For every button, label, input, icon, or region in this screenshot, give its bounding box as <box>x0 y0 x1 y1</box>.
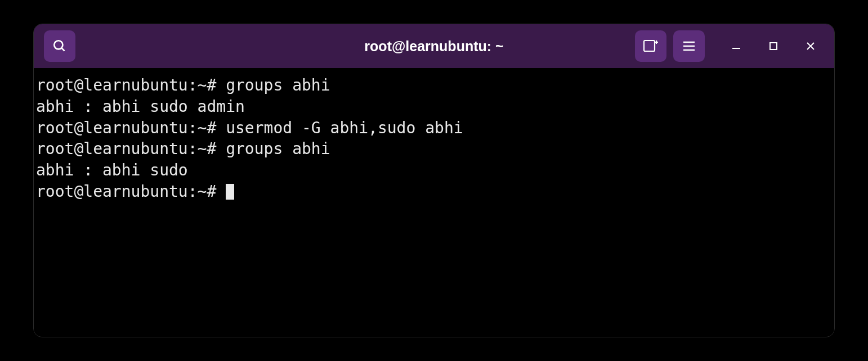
command-text: groups abhi <box>226 139 330 158</box>
svg-rect-2 <box>644 40 655 51</box>
terminal-line: root@learnubuntu:~# groups abhi <box>36 75 832 96</box>
prompt: root@learnubuntu:~# <box>36 139 226 158</box>
terminal-line: abhi : abhi sudo admin <box>36 96 832 118</box>
prompt: root@learnubuntu:~# <box>36 76 226 94</box>
prompt: root@learnubuntu:~# <box>36 182 226 201</box>
search-button[interactable] <box>44 30 75 62</box>
minimize-button[interactable] <box>728 38 744 54</box>
maximize-button[interactable] <box>766 38 781 54</box>
maximize-icon <box>769 42 778 51</box>
prompt: root@learnubuntu:~# <box>36 119 226 137</box>
svg-point-0 <box>54 40 62 49</box>
terminal-line: root@learnubuntu:~# groups abhi <box>36 138 832 160</box>
window-controls <box>728 38 818 54</box>
svg-rect-9 <box>770 43 777 49</box>
search-icon <box>52 39 67 53</box>
cursor <box>226 184 234 200</box>
window-title: root@learnubuntu: ~ <box>364 38 503 55</box>
new-tab-button[interactable] <box>635 30 666 62</box>
terminal-line: root@learnubuntu:~# usermod -G abhi,sudo… <box>36 118 832 139</box>
hamburger-menu-icon <box>682 40 696 52</box>
terminal-line: abhi : abhi sudo <box>36 160 832 181</box>
minimize-icon <box>731 41 741 51</box>
titlebar-right <box>635 30 824 62</box>
svg-line-1 <box>62 48 65 51</box>
new-tab-icon <box>642 39 659 53</box>
terminal-line: root@learnubuntu:~# <box>36 181 832 202</box>
menu-button[interactable] <box>673 30 705 62</box>
terminal-content[interactable]: root@learnubuntu:~# groups abhi abhi : a… <box>34 68 834 337</box>
command-text: usermod -G abhi,sudo abhi <box>226 119 463 137</box>
terminal-window: root@learnubuntu: ~ <box>33 24 835 337</box>
close-icon <box>806 41 816 51</box>
command-text: groups abhi <box>226 76 330 94</box>
close-button[interactable] <box>803 38 818 54</box>
titlebar[interactable]: root@learnubuntu: ~ <box>34 24 834 68</box>
